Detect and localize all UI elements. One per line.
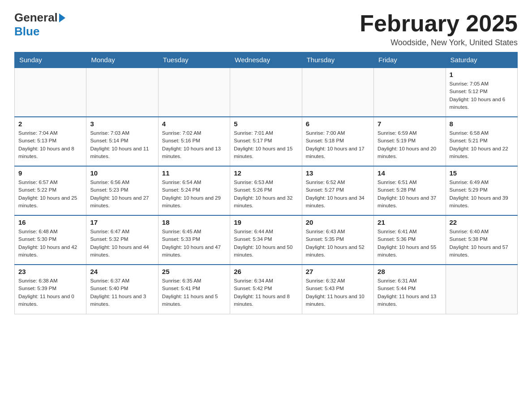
- calendar-day-cell: 7Sunrise: 6:59 AMSunset: 5:19 PMDaylight…: [374, 117, 446, 166]
- day-info: Sunrise: 6:54 AMSunset: 5:24 PMDaylight:…: [162, 179, 226, 210]
- calendar-day-cell: 23Sunrise: 6:38 AMSunset: 5:39 PMDayligh…: [15, 265, 86, 314]
- day-number: 5: [234, 120, 298, 128]
- calendar-day-cell: [446, 265, 517, 314]
- calendar-day-cell: 10Sunrise: 6:56 AMSunset: 5:23 PMDayligh…: [86, 166, 158, 215]
- calendar-day-cell: 3Sunrise: 7:03 AMSunset: 5:14 PMDaylight…: [86, 117, 158, 166]
- day-number: 7: [378, 120, 442, 128]
- day-number: 27: [306, 268, 370, 275]
- calendar-day-cell: 13Sunrise: 6:52 AMSunset: 5:27 PMDayligh…: [302, 166, 373, 215]
- day-number: 2: [18, 120, 82, 128]
- title-section: February 2025 Woodside, New York, United…: [360, 11, 518, 47]
- day-info: Sunrise: 6:49 AMSunset: 5:29 PMDaylight:…: [450, 179, 514, 210]
- logo-arrow-icon: [59, 13, 65, 22]
- calendar-day-cell: 18Sunrise: 6:45 AMSunset: 5:33 PMDayligh…: [158, 215, 230, 265]
- day-info: Sunrise: 6:38 AMSunset: 5:39 PMDaylight:…: [18, 277, 82, 308]
- day-info: Sunrise: 7:03 AMSunset: 5:14 PMDaylight:…: [90, 129, 154, 160]
- day-number: 20: [306, 218, 370, 226]
- location-text: Woodside, New York, United States: [360, 38, 518, 47]
- day-info: Sunrise: 6:52 AMSunset: 5:27 PMDaylight:…: [306, 179, 370, 210]
- day-number: 28: [378, 268, 442, 275]
- calendar-day-cell: 8Sunrise: 6:58 AMSunset: 5:21 PMDaylight…: [446, 117, 517, 166]
- logo-general-text: General: [14, 11, 58, 25]
- day-info: Sunrise: 6:48 AMSunset: 5:30 PMDaylight:…: [18, 228, 82, 259]
- calendar-day-cell: 9Sunrise: 6:57 AMSunset: 5:22 PMDaylight…: [15, 166, 86, 215]
- weekday-header-friday: Friday: [374, 52, 446, 68]
- calendar-day-cell: 16Sunrise: 6:48 AMSunset: 5:30 PMDayligh…: [15, 215, 86, 265]
- calendar-day-cell: 24Sunrise: 6:37 AMSunset: 5:40 PMDayligh…: [86, 265, 158, 314]
- day-info: Sunrise: 6:47 AMSunset: 5:32 PMDaylight:…: [90, 228, 154, 259]
- calendar-week-row: 9Sunrise: 6:57 AMSunset: 5:22 PMDaylight…: [15, 166, 518, 215]
- day-info: Sunrise: 6:32 AMSunset: 5:43 PMDaylight:…: [306, 277, 370, 308]
- day-info: Sunrise: 7:02 AMSunset: 5:16 PMDaylight:…: [162, 129, 226, 160]
- day-info: Sunrise: 7:00 AMSunset: 5:18 PMDaylight:…: [306, 129, 370, 160]
- calendar-day-cell: 15Sunrise: 6:49 AMSunset: 5:29 PMDayligh…: [446, 166, 517, 215]
- calendar-day-cell: 5Sunrise: 7:01 AMSunset: 5:17 PMDaylight…: [230, 117, 302, 166]
- calendar-day-cell: 19Sunrise: 6:44 AMSunset: 5:34 PMDayligh…: [230, 215, 302, 265]
- calendar-day-cell: [302, 68, 373, 117]
- day-number: 15: [450, 169, 514, 177]
- day-info: Sunrise: 6:56 AMSunset: 5:23 PMDaylight:…: [90, 179, 154, 210]
- day-info: Sunrise: 7:05 AMSunset: 5:12 PMDaylight:…: [450, 80, 514, 111]
- day-number: 8: [450, 120, 514, 128]
- day-info: Sunrise: 6:40 AMSunset: 5:38 PMDaylight:…: [450, 228, 514, 259]
- day-info: Sunrise: 7:04 AMSunset: 5:13 PMDaylight:…: [18, 129, 82, 160]
- day-number: 18: [162, 218, 226, 226]
- calendar-day-cell: 27Sunrise: 6:32 AMSunset: 5:43 PMDayligh…: [302, 265, 373, 314]
- day-number: 3: [90, 120, 154, 128]
- calendar-day-cell: 11Sunrise: 6:54 AMSunset: 5:24 PMDayligh…: [158, 166, 230, 215]
- day-number: 17: [90, 218, 154, 226]
- day-info: Sunrise: 6:57 AMSunset: 5:22 PMDaylight:…: [18, 179, 82, 210]
- calendar-day-cell: 22Sunrise: 6:40 AMSunset: 5:38 PMDayligh…: [446, 215, 517, 265]
- calendar-day-cell: [374, 68, 446, 117]
- calendar-day-cell: 14Sunrise: 6:51 AMSunset: 5:28 PMDayligh…: [374, 166, 446, 215]
- day-info: Sunrise: 6:43 AMSunset: 5:35 PMDaylight:…: [306, 228, 370, 259]
- day-info: Sunrise: 6:34 AMSunset: 5:42 PMDaylight:…: [234, 277, 298, 308]
- weekday-header-saturday: Saturday: [446, 52, 517, 68]
- day-info: Sunrise: 6:41 AMSunset: 5:36 PMDaylight:…: [378, 228, 442, 259]
- day-number: 10: [90, 169, 154, 177]
- day-number: 9: [18, 169, 82, 177]
- calendar-day-cell: [86, 68, 158, 117]
- weekday-header-sunday: Sunday: [15, 52, 86, 68]
- day-number: 16: [18, 218, 82, 226]
- day-number: 6: [306, 120, 370, 128]
- calendar-day-cell: 28Sunrise: 6:31 AMSunset: 5:44 PMDayligh…: [374, 265, 446, 314]
- weekday-header-wednesday: Wednesday: [230, 52, 302, 68]
- calendar-header-row: SundayMondayTuesdayWednesdayThursdayFrid…: [15, 52, 518, 68]
- calendar-day-cell: 26Sunrise: 6:34 AMSunset: 5:42 PMDayligh…: [230, 265, 302, 314]
- day-info: Sunrise: 6:37 AMSunset: 5:40 PMDaylight:…: [90, 277, 154, 308]
- calendar-day-cell: 6Sunrise: 7:00 AMSunset: 5:18 PMDaylight…: [302, 117, 373, 166]
- day-info: Sunrise: 6:35 AMSunset: 5:41 PMDaylight:…: [162, 277, 226, 308]
- day-info: Sunrise: 6:51 AMSunset: 5:28 PMDaylight:…: [378, 179, 442, 210]
- day-info: Sunrise: 6:31 AMSunset: 5:44 PMDaylight:…: [378, 277, 442, 308]
- calendar-day-cell: 12Sunrise: 6:53 AMSunset: 5:26 PMDayligh…: [230, 166, 302, 215]
- day-info: Sunrise: 6:44 AMSunset: 5:34 PMDaylight:…: [234, 228, 298, 259]
- day-info: Sunrise: 6:45 AMSunset: 5:33 PMDaylight:…: [162, 228, 226, 259]
- page-header: General Blue February 2025 Woodside, New…: [14, 11, 518, 47]
- calendar-week-row: 2Sunrise: 7:04 AMSunset: 5:13 PMDaylight…: [15, 117, 518, 166]
- calendar-day-cell: 25Sunrise: 6:35 AMSunset: 5:41 PMDayligh…: [158, 265, 230, 314]
- calendar-table: SundayMondayTuesdayWednesdayThursdayFrid…: [14, 52, 518, 314]
- calendar-day-cell: 21Sunrise: 6:41 AMSunset: 5:36 PMDayligh…: [374, 215, 446, 265]
- calendar-week-row: 16Sunrise: 6:48 AMSunset: 5:30 PMDayligh…: [15, 215, 518, 265]
- day-info: Sunrise: 6:58 AMSunset: 5:21 PMDaylight:…: [450, 129, 514, 160]
- calendar-day-cell: 2Sunrise: 7:04 AMSunset: 5:13 PMDaylight…: [15, 117, 86, 166]
- calendar-week-row: 1Sunrise: 7:05 AMSunset: 5:12 PMDaylight…: [15, 68, 518, 117]
- day-number: 13: [306, 169, 370, 177]
- calendar-week-row: 23Sunrise: 6:38 AMSunset: 5:39 PMDayligh…: [15, 265, 518, 314]
- weekday-header-thursday: Thursday: [302, 52, 373, 68]
- day-number: 14: [378, 169, 442, 177]
- calendar-day-cell: 17Sunrise: 6:47 AMSunset: 5:32 PMDayligh…: [86, 215, 158, 265]
- calendar-day-cell: [230, 68, 302, 117]
- day-number: 22: [450, 218, 514, 226]
- calendar-day-cell: [15, 68, 86, 117]
- calendar-day-cell: [158, 68, 230, 117]
- day-number: 24: [90, 268, 154, 275]
- day-info: Sunrise: 6:59 AMSunset: 5:19 PMDaylight:…: [378, 129, 442, 160]
- day-number: 4: [162, 120, 226, 128]
- day-number: 23: [18, 268, 82, 275]
- calendar-day-cell: 1Sunrise: 7:05 AMSunset: 5:12 PMDaylight…: [446, 68, 517, 117]
- logo: General Blue: [14, 11, 65, 39]
- day-number: 11: [162, 169, 226, 177]
- day-number: 25: [162, 268, 226, 275]
